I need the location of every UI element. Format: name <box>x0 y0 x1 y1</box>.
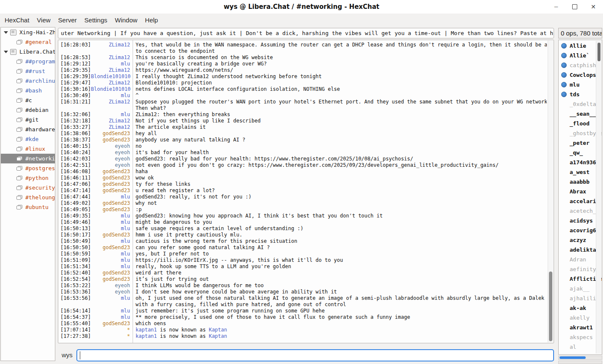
chat-message: [16:32:06]mluZLima12: then everything br… <box>60 111 547 118</box>
user-row[interactable]: _ghostbyte <box>559 128 602 138</box>
tree-server[interactable]: Libera.Chat <box>1 47 55 57</box>
menu-hexchat[interactable]: HexChat <box>1 15 33 25</box>
tree-channel-bash[interactable]: #bash <box>1 86 55 95</box>
close-icon[interactable] <box>589 3 597 11</box>
tree-channel-ubuntu[interactable]: #ubuntu <box>1 202 55 212</box>
expander-icon[interactable] <box>4 31 8 34</box>
chat-message: [16:38:06]godSend23hey all <box>60 130 547 137</box>
tree-channel-python[interactable]: #python <box>1 173 55 183</box>
user-row[interactable]: Abrax <box>559 187 602 196</box>
user-row[interactable]: adeliktas <box>559 245 602 255</box>
userlist-scrollbar[interactable] <box>596 41 601 353</box>
user-row[interactable]: ald <box>559 352 602 355</box>
message-gutter: [16:28:53]ZLima12 <box>60 54 133 61</box>
chat-message: [16:29:47]ZLima12Blondie101010: projecti… <box>60 80 547 86</box>
channel-label: #thelounge <box>25 194 55 201</box>
tree-channel-c[interactable]: #c <box>1 95 55 105</box>
user-row[interactable]: _qw_ <box>559 148 602 158</box>
userlist-scrollbar-thumb[interactable] <box>598 43 600 61</box>
tree-channel-programming[interactable]: ##programming <box>1 57 55 66</box>
menu-view[interactable]: View <box>33 15 54 25</box>
user-row[interactable]: ak-ak <box>559 303 602 313</box>
tree-server[interactable]: Xing-Hai-Zhang <box>1 27 55 37</box>
user-row[interactable]: Allie` <box>559 51 602 60</box>
tree-channel-networking[interactable]: #networking <box>1 154 55 163</box>
menu-help[interactable]: Help <box>141 15 162 25</box>
user-row[interactable]: akrawt1 <box>559 323 602 332</box>
message-gutter: [16:53:36]eyeoh <box>60 289 133 295</box>
tree-channel-hardware[interactable]: #hardware <box>1 125 55 134</box>
tree-channel-archlinux[interactable]: #archlinux <box>1 76 55 86</box>
message-timestamp: [16:50:49] <box>60 238 91 244</box>
tree-channel-debian[interactable]: #debian <box>1 105 55 115</box>
tree-channel-linux[interactable]: #linux <box>1 144 55 154</box>
user-nick: akrawt1 <box>570 324 593 331</box>
menu-settings[interactable]: Settings <box>81 15 111 25</box>
user-status-icon <box>561 82 567 87</box>
userlist-hscrollbar[interactable] <box>558 356 602 360</box>
user-row[interactable]: ajhalili2 <box>559 293 602 303</box>
tree-channel-kde[interactable]: #kde <box>1 134 55 144</box>
chat-message: [16:33:27]ZLima12The article explains it <box>60 124 547 130</box>
user-row[interactable]: a174n936 <box>559 158 602 167</box>
message-text: wow ok <box>133 175 154 181</box>
user-row[interactable]: Adran <box>559 255 602 264</box>
user-row[interactable]: _flood <box>559 119 602 128</box>
user-row[interactable]: Cowclops` <box>559 70 602 80</box>
tree-channel-git[interactable]: #git <box>1 115 55 125</box>
channel-label: #networking <box>25 155 55 162</box>
tree-channel-rust[interactable]: ##rust <box>1 66 55 76</box>
user-row[interactable]: mlu <box>559 80 602 90</box>
message-text: just remember: it's just some program ru… <box>133 308 325 314</box>
server-label: Xing-Hai-Zhang <box>19 29 55 35</box>
minimize-icon[interactable] <box>552 3 560 11</box>
channel-icon <box>16 40 22 44</box>
user-row[interactable]: acovrig60 <box>559 225 602 235</box>
maximize-icon[interactable] <box>571 3 579 11</box>
topic-input[interactable]: uter Networking | If you have a question… <box>58 28 554 38</box>
message-nick: ZLima12 <box>109 80 130 86</box>
menu-server[interactable]: Server <box>54 15 81 25</box>
channel-icon <box>16 166 22 171</box>
user-row[interactable]: _peter <box>559 138 602 148</box>
user-row[interactable]: akelly <box>559 313 602 323</box>
chat-message: [16:38:37]godSend23anybody use any natur… <box>60 137 547 143</box>
user-row[interactable]: tds <box>559 90 602 99</box>
user-row[interactable]: a_west <box>559 167 602 177</box>
message-nick: ZLima12 <box>109 118 130 124</box>
user-row[interactable]: Affliction <box>559 274 602 284</box>
userlist-hscrollbar-track2[interactable] <box>558 361 602 364</box>
chat-scrollbar-thumb[interactable] <box>549 272 552 341</box>
own-nick-label: wys <box>62 351 73 359</box>
user-row[interactable]: aczyz <box>559 235 602 245</box>
user-row[interactable]: accelario <box>559 196 602 206</box>
message-text: which oens <box>133 321 166 327</box>
tree-channel-security[interactable]: #security <box>1 183 55 193</box>
user-row[interactable]: _0xdelta <box>559 99 602 109</box>
channel-label: #bash <box>25 87 42 94</box>
user-row[interactable]: acetech_ <box>559 206 602 216</box>
tree-channel-postgresql[interactable]: #postgresql <box>1 163 55 173</box>
tree-channel-thelounge[interactable]: #thelounge <box>1 193 55 202</box>
user-row[interactable]: __sean__ <box>559 109 602 119</box>
chat-message: [16:28:53]ZLima12This scenario is docume… <box>60 54 547 61</box>
user-row[interactable]: acidsys <box>559 216 602 225</box>
user-row[interactable]: al <box>559 342 602 352</box>
user-row[interactable]: ajak__ <box>559 284 602 293</box>
user-row[interactable]: aefinity <box>559 264 602 274</box>
message-nick: godSend23 <box>103 270 130 276</box>
menu-window[interactable]: Window <box>111 15 141 25</box>
user-row[interactable]: akspecs <box>559 332 602 342</box>
chat-scrollbar[interactable] <box>548 41 553 342</box>
userlist-hscrollbar-thumb[interactable] <box>560 356 586 359</box>
message-nick: godSend23 <box>103 200 130 206</box>
message-input[interactable] <box>76 349 554 361</box>
user-row[interactable]: Allie <box>559 41 602 51</box>
hexchat-window: wys @ Libera.Chat / #networking - HexCha… <box>0 0 603 364</box>
message-nick: godSend23 <box>103 232 130 238</box>
user-row[interactable]: catphish <box>559 60 602 70</box>
expander-icon[interactable] <box>4 51 8 53</box>
tree-channel-general[interactable]: #general <box>1 37 55 47</box>
user-row[interactable]: aaabbb <box>559 177 602 187</box>
message-nick: mlu <box>121 308 130 314</box>
